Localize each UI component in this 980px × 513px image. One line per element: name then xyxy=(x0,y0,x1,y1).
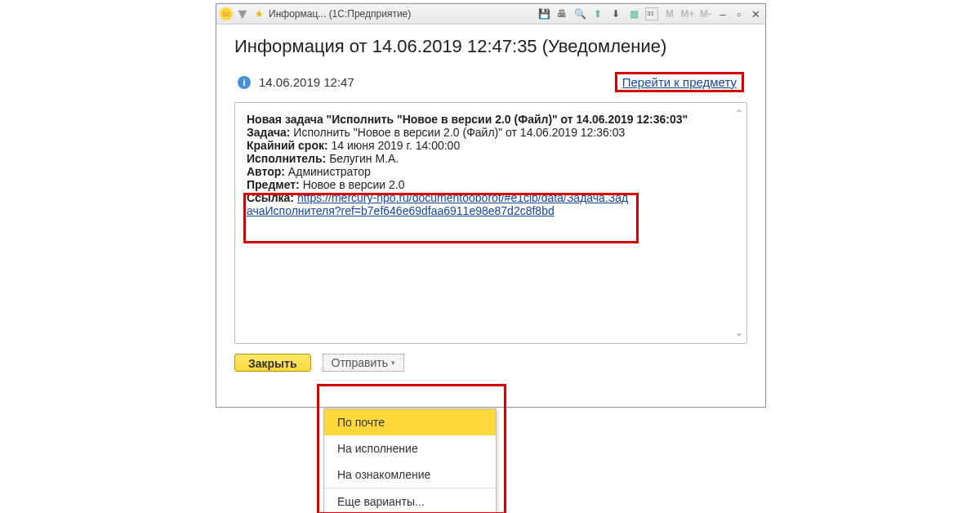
scroll-down-icon[interactable]: ⌄ xyxy=(735,327,743,338)
export-icon[interactable]: ⬇ xyxy=(608,7,623,21)
send-button[interactable]: Отправить ▾ xyxy=(323,354,404,372)
calculator-icon[interactable]: ▦ xyxy=(626,7,641,21)
author-label: Автор: xyxy=(247,165,285,178)
restore-icon[interactable]: ▫ xyxy=(733,8,746,20)
message-body-panel: Новая задача "Исполнить "Новое в версии … xyxy=(234,102,747,344)
titlebar: 1c ⯆ ★ Информац... (1С:Предприятие) 💾 🖶 … xyxy=(216,4,765,25)
save-icon[interactable]: 💾 xyxy=(537,7,551,21)
task-label: Задача: xyxy=(247,126,290,139)
subject-value: Новое в версии 2.0 xyxy=(300,178,405,191)
memory-m-icon[interactable]: M xyxy=(662,7,677,21)
minimize-icon[interactable]: – xyxy=(716,8,729,20)
buttons-row: Закрыть Отправить ▾ xyxy=(234,354,747,372)
deadline-value: 14 июня 2019 г. 14:00:00 xyxy=(328,139,461,152)
send-dropdown-menu: По почте На исполнение На ознакомление Е… xyxy=(323,408,497,513)
memory-mminus-icon[interactable]: M- xyxy=(698,7,713,21)
app-window: 1c ⯆ ★ Информац... (1С:Предприятие) 💾 🖶 … xyxy=(216,3,766,408)
deadline-label: Крайний срок: xyxy=(247,139,328,152)
send-button-label: Отправить xyxy=(332,356,388,369)
calendar-icon[interactable] xyxy=(644,7,659,21)
close-button[interactable]: Закрыть xyxy=(234,354,311,372)
executor-value: Белугин М.А. xyxy=(326,152,399,165)
menu-item-to-exec[interactable]: На исполнение xyxy=(324,435,496,462)
scroll-up-icon[interactable]: ⌃ xyxy=(735,108,743,119)
dropdown-caret-icon: ▾ xyxy=(391,359,395,367)
zoom-icon[interactable]: 🔍 xyxy=(572,7,587,21)
task-value: Исполнить "Новое в версии 2.0 (Файл)" от… xyxy=(290,126,625,139)
info-icon: i xyxy=(238,76,251,89)
new-task-line: Новая задача "Исполнить "Новое в версии … xyxy=(247,113,688,126)
favorite-icon[interactable]: ★ xyxy=(252,7,265,20)
page-title: Информация от 14.06.2019 12:47:35 (Уведо… xyxy=(234,36,747,57)
menu-item-by-mail[interactable]: По почте xyxy=(324,409,496,435)
app-logo-icon: 1c xyxy=(220,7,233,20)
author-value: Администратор xyxy=(285,165,371,178)
window-title: Информац... (1С:Предприятие) xyxy=(269,8,411,20)
executor-label: Исполнитель: xyxy=(247,152,326,165)
timestamp-text: 14.06.2019 12:47 xyxy=(259,75,354,89)
content-area: Информация от 14.06.2019 12:47:35 (Уведо… xyxy=(216,25,765,380)
import-icon[interactable]: ⬆ xyxy=(590,7,605,21)
print-icon[interactable]: 🖶 xyxy=(555,7,569,21)
memory-mplus-icon[interactable]: M+ xyxy=(680,7,695,21)
link-label: Ссылка: xyxy=(247,191,294,204)
close-icon[interactable]: ✕ xyxy=(749,8,762,20)
subject-label: Предмет: xyxy=(247,178,300,191)
menu-item-to-review[interactable]: На ознакомление xyxy=(324,462,496,488)
menu-item-more[interactable]: Еще варианты... xyxy=(324,488,496,513)
goto-subject-link[interactable]: Перейти к предмету xyxy=(615,72,744,92)
meta-row: i 14.06.2019 12:47 Перейти к предмету xyxy=(234,72,747,92)
task-url-link[interactable]: https://mercury-npo.ru/documentooborot/#… xyxy=(247,191,628,217)
back-icon[interactable]: ⯆ xyxy=(236,7,249,20)
